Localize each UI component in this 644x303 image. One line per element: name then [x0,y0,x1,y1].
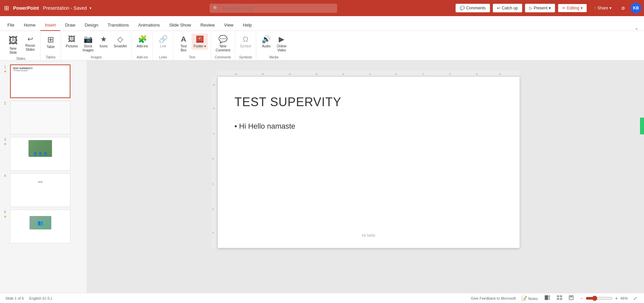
main-area: 1 ★ TEST SUPERVITY • Hi hello namaste ..… [0,60,644,293]
tab-home[interactable]: Home [19,20,40,31]
search-wrapper: 🔍 [210,4,337,13]
person-icon-2: 👤 [38,152,42,156]
slide-thumb-3[interactable]: 👤 👤 👤 ... [10,137,70,171]
tab-file[interactable]: File [3,20,19,31]
new-slide-icon: 🖼 [8,35,18,46]
tab-animations[interactable]: Animations [133,20,164,31]
feedback-label: Give Feedback to Microsoft [471,296,516,300]
waffle-icon[interactable]: ⊞ [3,3,10,13]
tab-review[interactable]: Review [196,20,219,31]
avatar[interactable]: KB [631,3,641,13]
present-button[interactable]: ▷ Present ▾ [525,4,555,12]
slide-footer: Hi hello [362,233,375,238]
svg-rect-4 [548,295,550,297]
status-bar-right: Give Feedback to Microsoft 📝 Notes − + 6… [471,295,639,302]
thumb-test-text-4: test [10,180,70,183]
audio-icon: 🔊 [262,35,271,44]
tab-help[interactable]: Help [238,20,257,31]
footer-button[interactable]: F Footer ▾ [192,34,208,50]
slide-thumb-1[interactable]: TEST SUPERVITY • Hi hello namaste ... [10,64,70,98]
slide-number-2: 2 [3,101,7,105]
title-bar-left: ⊞ PowerPoint Presentation - Saved ▾ [3,3,92,13]
slide-number-5: 5 ★ [3,210,7,218]
tab-transitions[interactable]: Transitions [103,20,133,31]
textbox-button[interactable]: A TextBox [176,34,191,54]
search-input[interactable] [210,4,337,13]
doc-title: Presentation - Saved [43,5,87,11]
icons-button[interactable]: ★ Icons [96,34,111,50]
tables-group-label: Tables [46,55,56,60]
slide-item-4[interactable]: 4 test [0,172,87,208]
slide-thumb-4[interactable]: test [10,173,70,207]
images-group-label: Images [91,55,102,60]
link-icon: 🔗 [159,35,168,44]
editing-button[interactable]: ✏ Editing ▾ [558,4,587,12]
tab-design[interactable]: Design [80,20,103,31]
smartart-button[interactable]: ◇ SmartArt [112,34,129,50]
new-slide-button[interactable]: 🖼 NewSlide [4,34,22,56]
zoom-slider[interactable] [586,296,612,301]
settings-icon[interactable]: ⚙ [619,4,628,12]
share-button[interactable]: ↑ Share ▾ [590,4,616,12]
table-button[interactable]: ⊞ Table [43,34,58,50]
svg-rect-13 [570,297,572,298]
reading-view-button[interactable] [568,295,575,302]
slide-star-1: ★ [4,70,7,73]
normal-view-button[interactable] [543,295,551,302]
link-button[interactable]: 🔗 Link [156,34,170,50]
notes-button[interactable]: 📝 Notes [520,295,539,302]
language-label: English (U.S.) [29,296,52,300]
reuse-slides-button[interactable]: ↩ ReuseSlides [23,34,38,53]
svg-rect-12 [570,296,573,297]
fit-to-window-button[interactable]: ⤢ [632,295,639,302]
slide-thumb-5[interactable]: 👥 [10,210,70,243]
pictures-button[interactable]: 🖼 Pictures [64,34,80,50]
slide-item-2[interactable]: 2 [0,99,87,136]
slide-item-1[interactable]: 1 ★ TEST SUPERVITY • Hi hello namaste ..… [0,63,87,99]
canvas-with-ruler: -3 -2 -1 0 1 2 3 TEST SUPERVITY • Hi Hel… [212,77,520,248]
svg-rect-9 [557,298,559,300]
audio-button[interactable]: 🔊 Audio [259,34,274,50]
slide-bullet: • Hi Hello namaste [234,122,295,131]
ribbon-group-symbols: Ω Symbol Symbols [235,32,256,60]
slide-info: Slide 1 of 6 [5,296,24,300]
slide-item-3[interactable]: 3 ★ 👤 👤 👤 ... [0,136,87,172]
new-comment-button[interactable]: 💬 NewComment [214,34,232,54]
share-dropdown-icon[interactable]: ▾ [609,6,611,10]
thumb-title-1: TEST SUPERVITY [13,67,68,70]
symbol-button[interactable]: Ω Symbol [238,34,253,50]
slide-number-4: 4 [3,173,7,178]
present-dropdown-icon[interactable]: ▾ [549,6,551,10]
editing-dropdown-icon[interactable]: ▾ [581,6,583,10]
online-video-button[interactable]: ▶ OnlineVideo [274,34,289,54]
ribbon-group-text: A TextBox F Footer ▾ Text [173,32,211,60]
tab-view[interactable]: View [219,20,238,31]
tab-slideshow[interactable]: Slide Show [164,20,196,31]
thumb-footer-3: ... [66,167,67,169]
ruler-horizontal: -6 -5 -4 -3 -2 -1 0 1 2 3 4 [218,71,520,77]
thumb-footer-1: ... [66,94,67,96]
svg-rect-10 [560,298,562,300]
addins-button[interactable]: 🧩 Add-ins [135,34,150,50]
text-group-label: Text [189,55,195,60]
ribbon-collapse-icon[interactable]: ⌄ [632,25,641,31]
media-group-label: Media [269,55,278,60]
comments-button[interactable]: 💬 Comments [455,4,490,12]
tab-insert[interactable]: Insert [40,20,61,31]
slide-thumb-2[interactable] [10,101,70,134]
reading-view-icon [569,295,574,300]
slide-sorter-button[interactable] [555,295,564,302]
stock-images-icon: 📷 [84,35,93,44]
icons-icon: ★ [100,35,107,44]
right-sidebar-tab[interactable] [640,118,644,134]
person-icon-3: 👤 [43,152,47,156]
tab-draw[interactable]: Draw [60,20,80,31]
catchup-button[interactable]: ↩ Catch up [493,4,522,12]
slide-canvas[interactable]: TEST SUPERVITY • Hi Hello namaste Hi hel… [218,77,520,248]
zoom-out-button[interactable]: − [579,295,584,302]
slide-item-5[interactable]: 5 ★ 👥 [0,208,87,245]
zoom-in-button[interactable]: + [614,295,619,302]
svg-text:F: F [199,37,201,40]
comments-icon: 💬 [460,6,465,10]
stock-images-button[interactable]: 📷 StockImages [80,34,96,54]
